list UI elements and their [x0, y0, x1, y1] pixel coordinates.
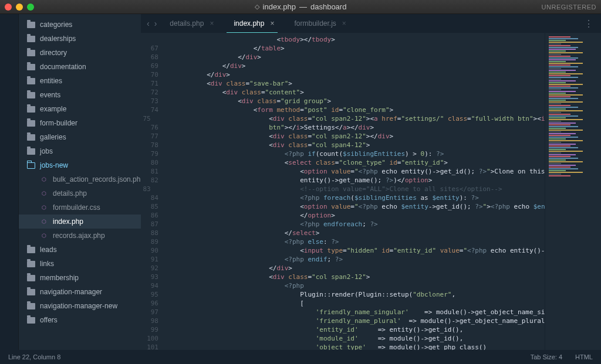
sidebar-item-label: categories [40, 21, 72, 29]
sidebar-item-label: directory [40, 49, 67, 57]
close-icon[interactable] [5, 4, 12, 11]
sidebar-item-documentation[interactable]: documentation [19, 60, 141, 74]
sidebar-file-formbuilder.css[interactable]: ⬡formbuilder.css [19, 200, 141, 215]
file-sidebar[interactable]: categoriesdealershipsdirectorydocumentat… [19, 14, 141, 350]
sidebar-item-label: links [40, 260, 54, 268]
sidebar-item-example[interactable]: example [19, 102, 141, 116]
sidebar-item-navigation-manager[interactable]: navigation-manager [19, 285, 141, 299]
sidebar-item-label: documentation [40, 63, 86, 71]
sidebar-item-label: leads [40, 246, 57, 254]
tab-formbuilder.js[interactable]: formbuilder.js× [287, 14, 359, 33]
sidebar-item-label: formbuilder.css [53, 203, 100, 212]
folder-icon [27, 317, 35, 324]
window-title: ◇ index.php — dashboard [255, 2, 347, 11]
cursor-position[interactable]: Line 22, Column 8 [8, 353, 60, 360]
nav-forward-icon[interactable]: › [154, 19, 157, 28]
code-content[interactable]: <tbody></tbody> </table> </div> </div> <… [163, 33, 545, 350]
sidebar-item-label: offers [40, 316, 58, 324]
sidebar-item-dealerships[interactable]: dealerships [19, 32, 141, 46]
sidebar-item-label: index.php [53, 217, 83, 226]
sidebar-item-form-builder[interactable]: form-builder [19, 116, 141, 130]
title-project: dashboard [310, 2, 346, 11]
window-controls [5, 4, 34, 11]
sidebar-file-details.php[interactable]: ⬡details.php [19, 186, 141, 200]
folder-icon [27, 106, 35, 113]
folder-icon [27, 289, 35, 295]
folder-icon [27, 303, 35, 309]
line-numbers: 67 68 69 70 71 72 73 74 75 76 77 78 79 8… [141, 33, 163, 350]
close-icon[interactable]: × [210, 19, 214, 28]
tab-label: formbuilder.js [294, 19, 336, 28]
tab-bar: ‹ › details.php×index.php×formbuilder.js… [141, 14, 601, 33]
sidebar-item-categories[interactable]: categories [19, 18, 141, 32]
close-icon[interactable]: × [270, 19, 274, 28]
tab-label: index.php [234, 19, 264, 28]
sidebar-item-leads[interactable]: leads [19, 243, 141, 257]
titlebar: ◇ index.php — dashboard UNREGISTERED [0, 0, 601, 14]
minimize-icon[interactable] [16, 4, 23, 11]
folder-icon [27, 50, 35, 56]
sidebar-item-label: galleries [40, 133, 66, 141]
folder-icon [27, 78, 35, 84]
statusbar: Line 22, Column 8 Tab Size: 4 HTML [0, 350, 601, 364]
sidebar-item-offers[interactable]: offers [19, 313, 141, 327]
sidebar-item-label: navigation-manager [40, 288, 102, 296]
sidebar-item-entities[interactable]: entities [19, 74, 141, 88]
file-icon: ◇ [255, 3, 259, 11]
sidebar-item-membership[interactable]: membership [19, 271, 141, 285]
sidebar-item-label: records.ajax.php [53, 232, 105, 240]
sidebar-item-jobs-new[interactable]: jobs-new [19, 158, 141, 172]
tab-details.php[interactable]: details.php× [163, 14, 227, 33]
sidebar-item-label: jobs-new [40, 161, 68, 169]
sidebar-file-index.php[interactable]: ⬡index.php [19, 215, 141, 229]
title-filename: index.php [263, 2, 296, 11]
folder-icon [27, 148, 35, 155]
license-badge: UNREGISTERED [542, 4, 596, 11]
sidebar-item-navigation-manager-new[interactable]: navigation-manager-new [19, 299, 141, 313]
sidebar-item-events[interactable]: events [19, 88, 141, 102]
folder-icon [27, 275, 35, 281]
css-file-icon: ⬡ [40, 205, 48, 210]
nav-back-icon[interactable]: ‹ [147, 19, 150, 28]
sidebar-item-label: example [40, 105, 66, 113]
sidebar-item-directory[interactable]: directory [19, 46, 141, 60]
folder-open-icon [27, 162, 35, 169]
syntax-mode[interactable]: HTML [575, 353, 593, 360]
folder-icon [27, 134, 35, 141]
sidebar-item-label: bulk_action_records.json.php [53, 175, 141, 183]
tab-nav-arrows: ‹ › [144, 19, 163, 28]
editor[interactable]: 67 68 69 70 71 72 73 74 75 76 77 78 79 8… [141, 33, 601, 350]
tab-size[interactable]: Tab Size: 4 [531, 353, 562, 360]
php-file-icon: ⬡ [40, 190, 48, 196]
sidebar-item-label: jobs [40, 147, 53, 155]
folder-icon [27, 22, 35, 28]
folder-icon [27, 92, 35, 98]
php-file-icon: ⬡ [40, 219, 48, 224]
folder-icon [27, 120, 35, 127]
folder-icon [27, 247, 35, 253]
sidebar-item-label: form-builder [40, 119, 77, 127]
activity-gutter [0, 14, 19, 350]
sidebar-item-links[interactable]: links [19, 257, 141, 271]
folder-icon [27, 64, 35, 70]
sidebar-file-bulk_action_records.json.php[interactable]: ⬡bulk_action_records.json.php [19, 172, 141, 186]
sidebar-item-label: entities [40, 77, 62, 85]
sidebar-item-label: dealerships [40, 35, 76, 43]
sidebar-file-records.ajax.php[interactable]: ⬡records.ajax.php [19, 229, 141, 243]
sidebar-item-galleries[interactable]: galleries [19, 130, 141, 144]
tab-label: details.php [170, 19, 204, 28]
minimap[interactable] [545, 33, 601, 350]
maximize-icon[interactable] [27, 4, 34, 11]
sidebar-item-jobs[interactable]: jobs [19, 144, 141, 158]
folder-icon [27, 261, 35, 267]
sidebar-item-label: details.php [53, 189, 87, 198]
php-file-icon: ⬡ [40, 176, 48, 182]
sidebar-item-label: navigation-manager-new [40, 302, 117, 310]
close-icon[interactable]: × [342, 19, 346, 28]
sidebar-item-label: events [40, 91, 60, 99]
tab-index.php[interactable]: index.php× [227, 14, 287, 33]
sidebar-item-label: membership [40, 274, 79, 282]
tab-overflow-icon[interactable]: ⋮ [579, 18, 597, 29]
folder-icon [27, 36, 35, 42]
php-file-icon: ⬡ [40, 233, 48, 239]
